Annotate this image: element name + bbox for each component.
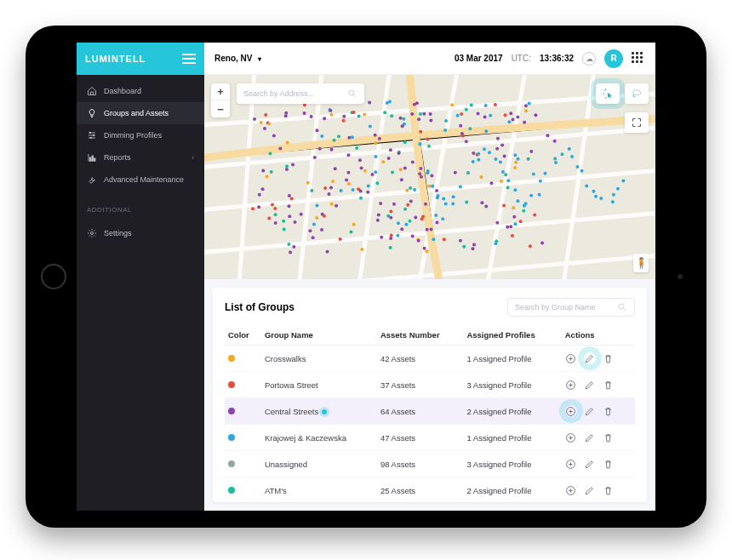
panel-title: List of Groups bbox=[225, 301, 295, 313]
row-add-button[interactable] bbox=[565, 352, 577, 364]
svg-point-80 bbox=[422, 112, 426, 116]
row-delete-button[interactable] bbox=[603, 379, 615, 391]
svg-point-306 bbox=[616, 187, 620, 191]
table-row[interactable]: Portowa Street37 Assets3 Assigned Profil… bbox=[225, 372, 635, 398]
group-search-input[interactable] bbox=[515, 303, 617, 311]
svg-point-172 bbox=[359, 197, 363, 200]
row-edit-button[interactable] bbox=[584, 379, 596, 391]
svg-line-309 bbox=[354, 95, 357, 98]
tablet-home-button[interactable] bbox=[41, 264, 66, 289]
nav-item-advanced-maintenance[interactable]: Advanced Maintenance bbox=[77, 169, 204, 191]
svg-point-222 bbox=[426, 137, 429, 140]
cell-profiles: 3 Assigned Profile bbox=[463, 451, 561, 477]
zoom-out-button[interactable]: − bbox=[211, 100, 230, 117]
row-add-button[interactable] bbox=[565, 405, 577, 417]
row-edit-button[interactable] bbox=[584, 431, 596, 443]
svg-point-98 bbox=[266, 174, 269, 178]
row-delete-button[interactable] bbox=[603, 352, 615, 364]
svg-point-250 bbox=[320, 228, 323, 231]
map-area[interactable]: + − 🧍 bbox=[204, 75, 655, 279]
map-fullscreen-button[interactable] bbox=[625, 112, 649, 133]
svg-point-139 bbox=[289, 250, 292, 254]
row-edit-button[interactable] bbox=[584, 352, 596, 364]
row-add-button[interactable] bbox=[565, 458, 577, 470]
svg-point-129 bbox=[429, 118, 432, 122]
table-row[interactable]: Unassigned98 Assets3 Assigned Profile bbox=[225, 451, 635, 477]
svg-point-158 bbox=[392, 203, 396, 206]
svg-point-254 bbox=[331, 180, 335, 183]
svg-point-32 bbox=[405, 189, 409, 192]
cloud-sync-icon[interactable]: ☁ bbox=[582, 52, 596, 66]
svg-point-73 bbox=[310, 189, 313, 192]
svg-point-48 bbox=[402, 117, 405, 121]
nav-item-dimming-profiles[interactable]: Dimming Profiles bbox=[77, 124, 204, 146]
svg-point-293 bbox=[554, 161, 558, 164]
svg-point-169 bbox=[401, 124, 404, 128]
row-edit-button[interactable] bbox=[584, 484, 596, 496]
svg-point-197 bbox=[459, 239, 462, 243]
svg-point-261 bbox=[483, 116, 487, 119]
svg-point-223 bbox=[529, 244, 532, 248]
svg-point-151 bbox=[432, 237, 435, 241]
row-delete-button[interactable] bbox=[603, 431, 615, 443]
apps-grid-icon[interactable] bbox=[632, 52, 645, 66]
svg-point-135 bbox=[512, 215, 516, 219]
user-avatar[interactable]: R bbox=[604, 49, 623, 68]
svg-point-163 bbox=[323, 117, 326, 120]
svg-point-291 bbox=[539, 180, 542, 183]
svg-point-270 bbox=[436, 194, 439, 197]
nav-item-dashboard[interactable]: Dashboard bbox=[77, 80, 204, 102]
nav-item-reports[interactable]: Reports› bbox=[77, 146, 204, 169]
row-add-button[interactable] bbox=[565, 379, 577, 391]
row-delete-button[interactable] bbox=[603, 458, 615, 470]
svg-point-282 bbox=[499, 161, 502, 164]
streetview-pegman-icon[interactable]: 🧍 bbox=[633, 254, 649, 272]
svg-point-115 bbox=[494, 157, 497, 161]
svg-point-279 bbox=[477, 152, 480, 156]
svg-point-299 bbox=[580, 169, 584, 173]
map-search-input[interactable] bbox=[243, 89, 347, 98]
location-selector[interactable]: Reno, NV ▾ bbox=[214, 54, 261, 63]
svg-point-49 bbox=[443, 237, 446, 241]
svg-point-268 bbox=[426, 171, 429, 174]
svg-point-311 bbox=[619, 304, 624, 309]
svg-point-116 bbox=[323, 186, 327, 190]
table-row[interactable]: Crosswalks42 Assets1 Assigned Profile bbox=[225, 346, 635, 372]
svg-point-157 bbox=[312, 222, 316, 226]
map-canvas[interactable] bbox=[204, 75, 655, 279]
nav-item-settings[interactable]: Settings bbox=[77, 222, 204, 244]
row-add-button[interactable] bbox=[565, 484, 577, 496]
zoom-in-button[interactable]: + bbox=[211, 83, 230, 100]
table-row[interactable]: Krajowej & Kaczewska47 Assets1 Assigned … bbox=[225, 425, 635, 451]
svg-point-245 bbox=[494, 242, 497, 245]
map-select-tool[interactable] bbox=[596, 83, 620, 104]
svg-point-134 bbox=[495, 147, 499, 151]
row-delete-button[interactable] bbox=[603, 405, 615, 417]
svg-point-68 bbox=[308, 229, 312, 232]
row-edit-button[interactable] bbox=[584, 405, 596, 417]
cell-group-name: Crosswalks bbox=[261, 346, 377, 372]
svg-point-294 bbox=[553, 157, 557, 160]
row-delete-button[interactable] bbox=[603, 484, 615, 496]
row-add-button[interactable] bbox=[565, 431, 577, 443]
svg-point-67 bbox=[358, 158, 362, 162]
cell-profiles: 1 Assigned Profile bbox=[463, 425, 561, 451]
top-header: Reno, NV ▾ 03 Mar 2017 UTC: 13:36:32 ☁ R bbox=[204, 43, 655, 75]
svg-point-75 bbox=[519, 220, 523, 223]
svg-point-260 bbox=[263, 127, 266, 130]
svg-point-174 bbox=[261, 187, 265, 191]
svg-point-77 bbox=[529, 150, 533, 153]
svg-point-200 bbox=[423, 247, 426, 250]
svg-point-300 bbox=[585, 185, 588, 188]
svg-point-297 bbox=[570, 155, 574, 158]
table-row[interactable]: Central Streets64 Assets2 Assigned Profi… bbox=[225, 398, 635, 425]
menu-toggle-icon[interactable] bbox=[182, 54, 196, 64]
svg-point-126 bbox=[330, 113, 334, 117]
chart-icon bbox=[87, 152, 97, 163]
table-row[interactable]: ATM's25 Assets2 Assigned Profile bbox=[225, 477, 635, 503]
map-lasso-tool[interactable] bbox=[625, 83, 649, 104]
nav-item-groups-and-assets[interactable]: Groups and Assets bbox=[77, 102, 204, 124]
row-edit-button[interactable] bbox=[584, 458, 596, 470]
svg-point-216 bbox=[267, 217, 271, 220]
color-dot-icon bbox=[228, 355, 235, 362]
